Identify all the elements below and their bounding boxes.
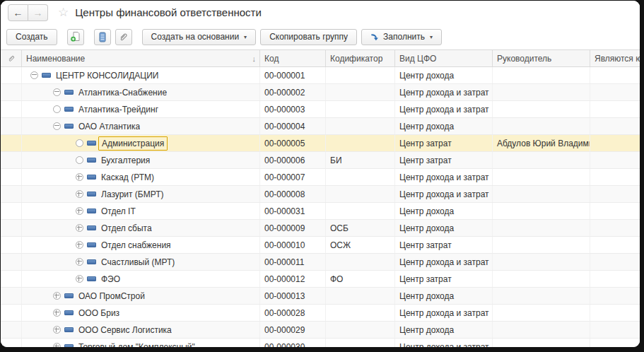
cfo-type-cell[interactable]: Центр дохода и затрат — [395, 305, 493, 321]
table-row[interactable]: Бухгалтерия 00-000006 БИ Центр затрат — [1, 152, 640, 169]
legal-entity-cell[interactable] — [590, 339, 640, 347]
code-cell[interactable]: 00-000010 — [260, 237, 326, 253]
code-cell[interactable]: 00-000029 — [260, 322, 326, 338]
back-button[interactable]: ← — [8, 4, 28, 21]
codifier-cell[interactable] — [326, 254, 395, 270]
table-row[interactable]: Лазурит (БМРТ) 00-000008 Центр дохода и … — [1, 186, 640, 203]
table-row[interactable]: Торговый дом "Комплексный" 00-000030 Цен… — [1, 339, 640, 347]
code-cell[interactable]: 00-000007 — [260, 169, 326, 185]
manager-cell[interactable] — [493, 220, 590, 236]
codifier-cell[interactable] — [326, 169, 395, 185]
table-row[interactable]: ООО Бриз 00-000028 Центр дохода и затрат — [1, 305, 640, 322]
expander-icon[interactable] — [76, 258, 83, 266]
codifier-cell[interactable] — [326, 288, 395, 304]
code-cell[interactable]: 00-000012 — [260, 271, 326, 287]
name-cell[interactable]: Каскад (РТМ) — [22, 169, 260, 185]
manager-cell[interactable] — [493, 152, 590, 168]
table-row[interactable]: Атлантика-Трейдинг 00-000003 Центр доход… — [1, 101, 640, 118]
manager-cell[interactable] — [493, 101, 590, 117]
table-row[interactable]: ФЭО 00-000012 ФО Центр затрат — [1, 271, 640, 288]
sort-descending-icon[interactable]: ↓ — [252, 54, 257, 63]
codifier-cell[interactable] — [326, 322, 395, 338]
expander-icon[interactable] — [76, 139, 83, 147]
name-cell[interactable]: Атлантика-Снабжение — [22, 84, 260, 100]
cfo-type-cell[interactable]: Центр дохода — [395, 288, 493, 304]
expander-icon[interactable] — [76, 275, 83, 283]
create-button[interactable]: Создать — [6, 29, 57, 45]
cfo-type-cell[interactable]: Центр затрат — [395, 237, 493, 253]
manager-cell[interactable] — [493, 288, 590, 304]
code-cell[interactable]: 00-000009 — [260, 220, 326, 236]
manager-cell[interactable]: Абдулов Юрий Владими… — [493, 135, 590, 151]
codifier-cell[interactable] — [326, 67, 395, 83]
cfo-type-cell[interactable]: Центр дохода и затрат — [395, 169, 493, 185]
cfo-type-cell[interactable]: Центр затрат — [395, 271, 493, 287]
legal-entity-cell[interactable] — [590, 118, 640, 134]
code-cell[interactable]: 00-000001 — [260, 67, 326, 83]
codifier-cell[interactable] — [326, 203, 395, 219]
name-cell[interactable]: Администрация — [22, 135, 260, 151]
legal-entity-cell[interactable] — [590, 220, 640, 236]
list-report-button[interactable] — [94, 29, 111, 45]
code-cell[interactable]: 00-000002 — [260, 84, 326, 100]
legal-entity-cell[interactable] — [590, 152, 640, 168]
name-column-header[interactable]: Наименование ↓ — [22, 50, 260, 66]
codifier-cell[interactable] — [326, 305, 395, 321]
code-cell[interactable]: 00-000006 — [260, 152, 326, 168]
name-cell[interactable]: Отдел снабжения — [22, 237, 260, 253]
table-row[interactable]: Отдел снабжения 00-000010 ОСЖ Центр затр… — [1, 237, 640, 254]
cfo-type-cell[interactable]: Центр дохода — [395, 203, 493, 219]
name-cell[interactable]: Атлантика-Трейдинг — [22, 101, 260, 117]
expander-icon[interactable] — [30, 71, 38, 79]
code-cell[interactable]: 00-000028 — [260, 305, 326, 321]
manager-cell[interactable] — [493, 67, 590, 83]
code-cell[interactable]: 00-000003 — [260, 101, 326, 117]
table-row[interactable]: ОАО Атлантика 00-000004 Центр дохода — [1, 118, 640, 135]
legal-entity-cell[interactable] — [590, 237, 640, 253]
legal-entity-cell[interactable] — [590, 305, 640, 321]
manager-cell[interactable] — [493, 339, 590, 347]
legal-entity-cell[interactable] — [590, 169, 640, 185]
codifier-cell[interactable] — [326, 186, 395, 202]
codifier-cell[interactable]: ОСЖ — [326, 237, 395, 253]
expander-icon[interactable] — [76, 190, 83, 198]
table-row[interactable]: Администрация 00-000005 Центр затрат Абд… — [1, 135, 640, 152]
table-row[interactable]: ЦЕНТР КОНСОЛИДАЦИИ 00-000001 Центр доход… — [1, 67, 640, 84]
expander-icon[interactable] — [53, 343, 61, 347]
legal-entity-cell[interactable] — [590, 271, 640, 287]
legal-entity-cell[interactable] — [590, 101, 640, 117]
expander-icon[interactable] — [53, 105, 61, 113]
legal-entity-cell[interactable] — [590, 67, 640, 83]
codifier-cell[interactable] — [326, 339, 395, 347]
manager-cell[interactable] — [493, 254, 590, 270]
cfo-type-cell[interactable]: Центр дохода и затрат — [395, 101, 493, 117]
name-cell[interactable]: Бухгалтерия — [22, 152, 260, 168]
name-cell[interactable]: ОАО ПромСтрой — [22, 288, 260, 304]
expander-icon[interactable] — [53, 122, 61, 130]
fill-button[interactable]: Заполнить ▾ — [361, 29, 442, 45]
codifier-cell[interactable] — [326, 84, 395, 100]
attachments-button[interactable] — [115, 29, 132, 45]
cfo-type-cell[interactable]: Центр дохода и затрат — [395, 254, 493, 270]
cfo-type-column-header[interactable]: Вид ЦФО — [395, 50, 493, 66]
cfo-type-cell[interactable]: Центр дохода и затрат — [395, 339, 493, 347]
codifier-cell[interactable]: БИ — [326, 152, 395, 168]
table-row[interactable]: ОАО ПромСтрой 00-000013 Центр дохода — [1, 288, 640, 305]
code-cell[interactable]: 00-000005 — [260, 135, 326, 151]
manager-cell[interactable] — [493, 169, 590, 185]
manager-cell[interactable] — [493, 305, 590, 321]
table-row[interactable]: Атлантика-Снабжение 00-000002 Центр дохо… — [1, 84, 640, 101]
code-cell[interactable]: 00-000011 — [260, 254, 326, 270]
name-cell[interactable]: ФЭО — [22, 271, 260, 287]
legal-entity-cell[interactable] — [590, 322, 640, 338]
name-cell[interactable]: ОАО Атлантика — [22, 118, 260, 134]
expander-icon[interactable] — [76, 207, 83, 215]
codifier-cell[interactable] — [326, 135, 395, 151]
table-row[interactable]: Отдел IT 00-000031 Центр дохода — [1, 203, 640, 220]
manager-cell[interactable] — [493, 271, 590, 287]
expander-icon[interactable] — [53, 292, 61, 300]
legal-entity-column-header[interactable]: Являются юридическим лицом — [590, 50, 640, 66]
expander-icon[interactable] — [76, 173, 83, 181]
cfo-type-cell[interactable]: Центр затрат — [395, 152, 493, 168]
code-cell[interactable]: 00-000013 — [260, 288, 326, 304]
